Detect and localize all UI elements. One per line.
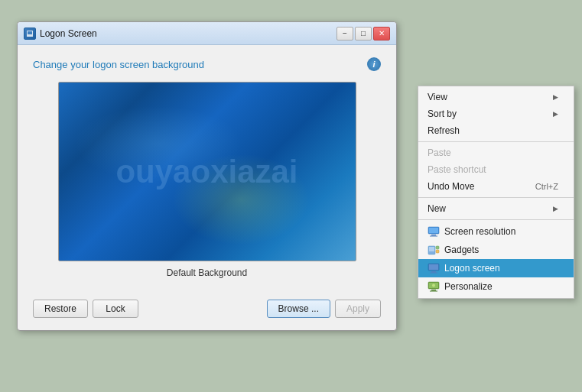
svg-rect-3 xyxy=(429,228,438,233)
svg-rect-8 xyxy=(436,246,439,249)
personalize-icon xyxy=(428,280,440,293)
screen-resolution-icon xyxy=(428,225,440,238)
context-menu: View ▶ Sort by ▶ Refresh Paste Paste sho… xyxy=(418,86,574,299)
view-arrow-icon: ▶ xyxy=(553,93,558,101)
svg-rect-5 xyxy=(430,236,437,237)
dialog-title: Change your logon screen background xyxy=(33,59,204,70)
svg-point-16 xyxy=(432,284,435,287)
svg-rect-13 xyxy=(430,273,437,274)
menu-item-paste-shortcut[interactable]: Paste shortcut xyxy=(418,161,574,178)
separator-2 xyxy=(418,197,574,198)
minimize-button[interactable]: − xyxy=(337,27,353,40)
lock-button[interactable]: Lock xyxy=(93,300,138,318)
maximize-button[interactable]: □ xyxy=(355,27,372,40)
menu-item-undo-move[interactable]: Undo Move Ctrl+Z xyxy=(418,178,574,195)
sort-arrow-icon: ▶ xyxy=(553,110,558,118)
info-icon[interactable]: i xyxy=(367,57,381,71)
title-bar: Logon Screen − □ ✕ xyxy=(18,22,396,45)
svg-rect-1 xyxy=(28,31,32,34)
dialog-footer: Restore Lock Browse ... Apply xyxy=(18,290,396,330)
svg-rect-12 xyxy=(431,271,436,273)
menu-item-logon-screen[interactable]: Logon screen xyxy=(418,259,574,277)
svg-rect-11 xyxy=(429,264,438,270)
menu-item-new[interactable]: New ▶ xyxy=(418,200,574,217)
svg-rect-4 xyxy=(431,235,436,236)
menu-item-personalize[interactable]: Personalize xyxy=(418,277,574,296)
dialog-body: Change your logon screen background i ou… xyxy=(18,45,396,290)
apply-button[interactable]: Apply xyxy=(335,300,381,318)
separator-1 xyxy=(418,141,574,142)
close-button[interactable]: ✕ xyxy=(373,27,390,40)
new-arrow-icon: ▶ xyxy=(553,205,558,212)
logon-screen-dialog: Logon Screen − □ ✕ Change your logon scr… xyxy=(17,21,397,331)
menu-item-paste[interactable]: Paste xyxy=(418,144,574,161)
separator-3 xyxy=(418,219,574,220)
menu-item-gadgets[interactable]: Gadgets xyxy=(418,241,574,259)
undo-shortcut: Ctrl+Z xyxy=(535,182,558,191)
preview-area: ouyaoxiazai xyxy=(58,82,356,261)
restore-button[interactable]: Restore xyxy=(33,300,88,318)
menu-item-refresh[interactable]: Refresh xyxy=(418,122,574,139)
svg-rect-17 xyxy=(431,290,436,291)
menu-item-screen-resolution[interactable]: Screen resolution xyxy=(418,222,574,241)
svg-rect-18 xyxy=(430,291,437,292)
browse-button[interactable]: Browse ... xyxy=(267,300,330,318)
window-controls: − □ ✕ xyxy=(337,27,390,40)
menu-item-view[interactable]: View ▶ xyxy=(418,89,574,105)
background-label: Default Background xyxy=(33,267,381,278)
menu-item-sort-by[interactable]: Sort by ▶ xyxy=(418,105,574,122)
gadgets-icon xyxy=(428,244,440,256)
logon-screen-icon xyxy=(428,262,440,274)
svg-rect-7 xyxy=(429,247,434,251)
window-icon xyxy=(24,28,36,40)
svg-rect-9 xyxy=(436,250,439,253)
preview-glow-bottom xyxy=(172,154,310,245)
window-title: Logon Screen xyxy=(40,28,337,39)
dialog-header: Change your logon screen background i xyxy=(33,57,381,71)
